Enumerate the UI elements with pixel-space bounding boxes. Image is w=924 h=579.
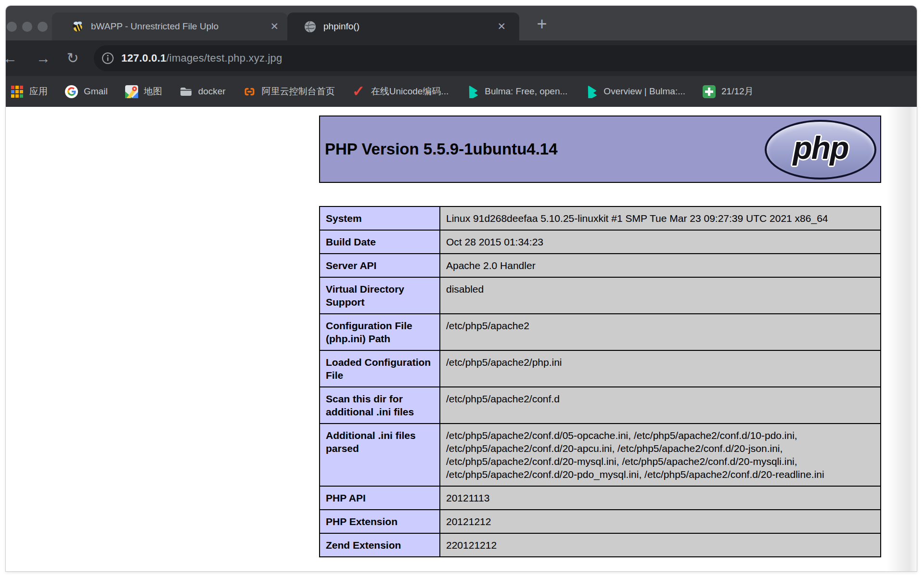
- url-text: 127.0.0.1/images/test.php.xyz.jpg: [121, 52, 282, 64]
- php-logo-text: php: [793, 129, 848, 170]
- address-bar[interactable]: 127.0.0.1/images/test.php.xyz.jpg: [94, 45, 917, 71]
- plus-icon: +: [537, 14, 547, 34]
- tab-strip: bWAPP - Unrestricted File Uplo ✕ phpinfo…: [6, 6, 917, 40]
- bookmark-aliyun-console[interactable]: 阿里云控制台首页: [243, 85, 335, 98]
- aliyun-icon: [243, 85, 256, 98]
- bookmark-docker-folder[interactable]: docker: [180, 85, 226, 98]
- apps-grid-icon: [11, 85, 24, 98]
- bookmark-label: docker: [198, 86, 226, 97]
- bookmark-sheet[interactable]: 21/12月: [703, 85, 754, 98]
- info-row-label: Additional .ini files parsed: [320, 424, 440, 486]
- table-row: PHP Extension 20121212: [320, 510, 881, 533]
- table-row: Additional .ini files parsed /etc/php5/a…: [320, 424, 881, 486]
- scrollbar[interactable]: [887, 107, 917, 571]
- bookmark-label: 应用: [29, 85, 48, 98]
- info-row-value: 220121212: [440, 533, 881, 557]
- info-row-value: Oct 28 2015 01:34:23: [440, 230, 881, 254]
- info-row-value: /etc/php5/apache2/php.ini: [440, 350, 881, 387]
- info-row-label: PHP Extension: [320, 510, 440, 533]
- forward-icon: →: [36, 50, 51, 66]
- forward-button[interactable]: →: [35, 49, 52, 68]
- table-row: System Linux 91d268deefaa 5.10.25-linuxk…: [320, 206, 881, 230]
- back-button[interactable]: ←: [6, 49, 19, 68]
- phpinfo-table: System Linux 91d268deefaa 5.10.25-linuxk…: [319, 206, 881, 557]
- back-icon: ←: [6, 50, 17, 66]
- php-logo-ellipse: php: [765, 120, 876, 180]
- table-row: Configuration File (php.ini) Path /etc/p…: [320, 314, 881, 350]
- info-row-label: Server API: [320, 254, 440, 277]
- check-icon: [352, 85, 365, 98]
- php-logo: php: [765, 120, 876, 180]
- info-row-value: disabled: [440, 277, 881, 314]
- folder-icon: [180, 85, 192, 98]
- info-row-label: System: [320, 206, 440, 230]
- bulma-icon: [585, 85, 598, 98]
- phpinfo-header: PHP Version 5.5.9-1ubuntu4.14 php: [319, 116, 881, 183]
- browser-window: bWAPP - Unrestricted File Uplo ✕ phpinfo…: [6, 6, 917, 571]
- table-row: Zend Extension 220121212: [320, 533, 881, 557]
- info-row-value: /etc/php5/apache2/conf.d/05-opcache.ini,…: [440, 424, 881, 486]
- google-maps-icon: [125, 85, 138, 98]
- toolbar: ← → ↻ 127.0.0.1/images/test.php.xyz.jpg: [6, 40, 917, 76]
- bookmark-label: Gmail: [84, 86, 108, 97]
- table-row: PHP API 20121113: [320, 486, 881, 510]
- close-icon[interactable]: ✕: [270, 13, 279, 40]
- sheets-icon: [703, 85, 716, 98]
- close-window-button[interactable]: [7, 22, 17, 32]
- bookmark-label: 21/12月: [721, 85, 754, 98]
- bookmark-unicode[interactable]: 在线Unicode编码...: [352, 85, 449, 98]
- page-viewport: PHP Version 5.5.9-1ubuntu4.14 php System…: [6, 107, 917, 571]
- reload-button[interactable]: ↻: [64, 49, 81, 68]
- info-row-value: /etc/php5/apache2/conf.d: [440, 387, 881, 424]
- table-row: Scan this dir for additional .ini files …: [320, 387, 881, 424]
- table-row: Loaded Configuration File /etc/php5/apac…: [320, 350, 881, 387]
- bookmark-label: 地图: [144, 85, 162, 98]
- info-table-body: System Linux 91d268deefaa 5.10.25-linuxk…: [320, 206, 881, 557]
- reload-icon: ↻: [66, 50, 78, 66]
- bookmark-label: 在线Unicode编码...: [371, 85, 449, 98]
- info-row-value: 20121212: [440, 510, 881, 533]
- table-row: Virtual Directory Support disabled: [320, 277, 881, 314]
- bookmark-maps[interactable]: 地图: [125, 85, 162, 98]
- bookmark-bulma[interactable]: Bulma: Free, open...: [466, 85, 567, 98]
- table-row: Server API Apache 2.0 Handler: [320, 254, 881, 277]
- bookmark-label: Bulma: Free, open...: [485, 86, 567, 97]
- bookmark-apps[interactable]: 应用: [11, 85, 48, 98]
- info-row-label: Zend Extension: [320, 533, 440, 557]
- info-row-value: /etc/php5/apache2: [440, 314, 881, 350]
- tab-title: phpinfo(): [323, 21, 519, 32]
- close-icon[interactable]: ✕: [497, 13, 506, 40]
- info-row-label: Scan this dir for additional .ini files: [320, 387, 440, 424]
- bookmark-label: 阿里云控制台首页: [262, 85, 335, 98]
- minimize-window-button[interactable]: [22, 22, 32, 32]
- table-row: Build Date Oct 28 2015 01:34:23: [320, 230, 881, 254]
- url-host: 127.0.0.1: [121, 52, 167, 64]
- info-row-value: Linux 91d268deefaa 5.10.25-linuxkit #1 S…: [440, 206, 881, 230]
- tab-phpinfo[interactable]: phpinfo() ✕: [287, 13, 519, 40]
- page-title: PHP Version 5.5.9-1ubuntu4.14: [325, 140, 558, 158]
- bookmark-bulma-overview[interactable]: Overview | Bulma:...: [585, 85, 685, 98]
- globe-icon: [304, 20, 317, 33]
- info-row-value: 20121113: [440, 486, 881, 510]
- bee-icon: [71, 20, 84, 33]
- url-path: /images/test.php.xyz.jpg: [167, 52, 282, 64]
- bookmarks-bar: 应用 Gmail 地图: [6, 76, 917, 107]
- maximize-window-button[interactable]: [38, 22, 48, 32]
- google-g-icon: [65, 85, 78, 98]
- info-row-label: Configuration File (php.ini) Path: [320, 314, 440, 350]
- bookmark-label: Overview | Bulma:...: [603, 86, 685, 97]
- info-row-label: Loaded Configuration File: [320, 350, 440, 387]
- window-controls: [7, 22, 48, 32]
- info-row-label: Virtual Directory Support: [320, 277, 440, 314]
- phpinfo-page: PHP Version 5.5.9-1ubuntu4.14 php System…: [319, 116, 881, 557]
- info-row-label: Build Date: [320, 230, 440, 254]
- info-icon[interactable]: [102, 52, 114, 64]
- bookmark-gmail[interactable]: Gmail: [65, 85, 108, 98]
- tab-title-fade: [232, 13, 262, 40]
- tab-bwapp[interactable]: bWAPP - Unrestricted File Uplo ✕: [52, 13, 287, 40]
- info-row-value: Apache 2.0 Handler: [440, 254, 881, 277]
- bulma-icon: [466, 85, 479, 98]
- info-row-label: PHP API: [320, 486, 440, 510]
- new-tab-button[interactable]: +: [531, 13, 552, 35]
